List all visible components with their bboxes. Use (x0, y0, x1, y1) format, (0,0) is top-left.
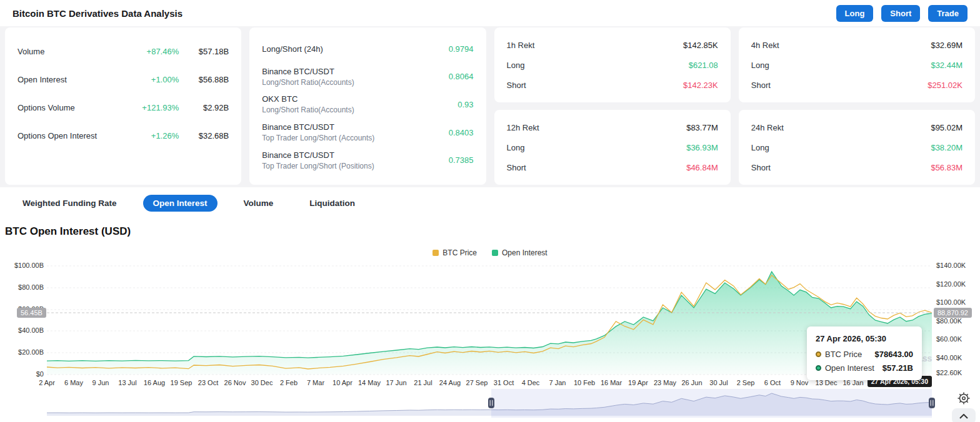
ratio-row-binance-accounts: Binance BTC/USDT Long/Short Ratio(Accoun… (262, 63, 473, 91)
legend-label: Open Interest (502, 248, 548, 257)
ratio-row-24h: Long/Short (24h) 0.9794 (262, 35, 473, 63)
rekt-1h-card: 1h Rekt$142.85K Long$621.08 Short$142.23… (494, 27, 731, 102)
x-axis-tick: 26 Jun (681, 379, 702, 386)
x-axis-tick: 24 Aug (439, 379, 461, 386)
legend-item-btc-price[interactable]: BTC Price (432, 248, 477, 258)
btc-price-last-value-badge: 88,870.92 (934, 308, 972, 318)
rekt-short-label: Short (751, 81, 928, 90)
rekt-long-label: Long (507, 143, 687, 152)
stat-label: Open Interest (18, 75, 122, 84)
navigator-handle-left[interactable] (488, 398, 494, 408)
tooltip-timestamp: 27 Apr 2026, 05:30 (816, 334, 913, 343)
x-axis-tick: 2 Apr (39, 379, 55, 386)
x-axis-tick: 23 May (654, 379, 676, 386)
rekt-short-label: Short (751, 163, 931, 172)
x-axis-tick: 9 Nov (791, 379, 809, 386)
right-axis-tick: $100.00K (936, 298, 966, 306)
collapse-chart-button[interactable] (952, 408, 976, 422)
left-axis-tick: $0 (5, 370, 44, 378)
open-interest-dot-icon (816, 365, 821, 371)
ratio-label: Binance BTC/USDT (262, 150, 448, 160)
x-axis-tick: 23 Oct (198, 379, 218, 386)
x-axis-tick: 27 Sep (466, 379, 488, 386)
rekt-total: $83.77M (686, 123, 718, 132)
left-axis-tick: $100.00B (5, 262, 44, 269)
x-axis-tick: 16 Aug (144, 379, 165, 386)
ratio-label: Long/Short (24h) (262, 44, 448, 54)
stat-row-options-open-interest: Options Open Interest +1.26% $32.68B (18, 122, 229, 150)
tooltip-row-open-interest: Open Interest $57.21B (816, 363, 913, 373)
ratio-value: 0.8403 (449, 128, 474, 137)
navigator-selected-range[interactable] (491, 389, 932, 418)
ratio-value: 0.7385 (449, 155, 474, 165)
rekt-long-value: $36.93M (686, 143, 718, 152)
x-axis-tick: 9 Jun (92, 379, 109, 386)
ratio-sublabel: Long/Short Ratio(Accounts) (262, 106, 458, 114)
rekt-short-label: Short (507, 163, 687, 172)
stat-row-open-interest: Open Interest +1.00% $56.88B (18, 66, 229, 94)
tooltip-value: $78643.00 (875, 350, 913, 359)
rekt-total: $32.69M (931, 41, 962, 50)
ratio-label: OKX BTC (262, 94, 458, 104)
navigator-handle-right[interactable] (929, 398, 935, 408)
tooltip-row-btc-price: BTC Price $78643.00 (816, 350, 913, 359)
x-axis-tick: 30 Jul (709, 379, 728, 386)
summary-cards-area: Volume +87.46% $57.18B Open Interest +1.… (0, 26, 980, 187)
ratio-value: 0.8064 (449, 72, 474, 81)
rekt-title: 12h Rekt (507, 123, 687, 132)
ratio-sublabel: Long/Short Ratio(Accounts) (262, 78, 448, 87)
tab-weighted-funding-rate[interactable]: Weighted Funding Rate (12, 195, 127, 212)
settings-gear-icon[interactable] (956, 390, 972, 406)
x-axis-tick: 2 Sep (737, 379, 755, 386)
x-axis-tick: 31 Oct (494, 379, 514, 386)
trade-button[interactable]: Trade (928, 5, 968, 22)
ratio-row-top-trader-positions: Binance BTC/USDT Top Trader Long/Short (… (262, 146, 473, 174)
rekt-short-value: $46.84M (686, 163, 718, 172)
ratio-sublabel: Top Trader Long/Short (Accounts) (262, 134, 448, 142)
right-axis-tick: $120.00K (936, 280, 966, 288)
ratio-sublabel: Top Trader Long/Short (Positions) (262, 162, 448, 170)
chart-tabs: Weighted Funding Rate Open Interest Volu… (0, 187, 980, 218)
x-axis-tick: 30 Dec (251, 379, 273, 386)
legend-item-open-interest[interactable]: Open Interest (492, 248, 548, 258)
stat-change: +87.46% (122, 47, 179, 56)
x-axis-tick: 4 Dec (522, 379, 540, 386)
rekt-long-label: Long (507, 61, 689, 70)
page-header: Bitcoin BTC Derivatives Data Analysis Lo… (0, 0, 980, 26)
x-axis-tick: 26 Nov (224, 379, 246, 386)
rekt-total: $95.02M (931, 123, 962, 132)
right-axis-tick: $22.60K (936, 369, 962, 376)
stat-value: $56.88B (179, 75, 229, 84)
right-axis-tick: $140.00K (936, 262, 966, 269)
x-axis-tick: 13 Jul (118, 379, 136, 386)
tooltip-label: BTC Price (825, 350, 871, 359)
short-button[interactable]: Short (881, 5, 920, 22)
x-axis-tick: 19 Apr (628, 379, 648, 386)
stat-label: Options Open Interest (18, 131, 122, 140)
btc-price-dot-icon (816, 351, 821, 357)
ratio-label: Binance BTC/USDT (262, 122, 448, 132)
open-interest-chart[interactable]: $100.00B$80.00B$60.00B$40.00B$20.00B$0 $… (0, 258, 980, 422)
open-interest-legend-swatch (492, 250, 498, 256)
rekt-long-value: $621.08 (689, 61, 718, 70)
tab-volume[interactable]: Volume (234, 195, 284, 212)
rekt-4h-card: 4h Rekt$32.69M Long$32.44M Short$251.02K (739, 27, 975, 102)
left-axis-tick: $40.00B (5, 326, 44, 334)
right-axis-tick: $60.00K (936, 335, 962, 343)
rekt-24h-card: 24h Rekt$95.02M Long$38.20M Short$56.83M (739, 110, 975, 185)
long-short-ratios-card: Long/Short (24h) 0.9794 Binance BTC/USDT… (249, 27, 486, 185)
x-axis-tick: 10 Feb (574, 379, 595, 386)
x-axis-tick: 2 Feb (280, 379, 298, 386)
stat-change: +1.00% (122, 75, 179, 84)
x-axis-tick: 14 May (358, 379, 381, 386)
tab-liquidation[interactable]: Liquidation (299, 195, 365, 212)
open-interest-last-value-badge: 56.45B (17, 308, 46, 318)
stat-label: Volume (18, 47, 122, 56)
header-actions: Long Short Trade (836, 5, 968, 22)
long-button[interactable]: Long (836, 5, 874, 22)
x-axis-tick: 19 Sep (171, 379, 192, 386)
tab-open-interest[interactable]: Open Interest (143, 195, 218, 212)
legend-label: BTC Price (442, 248, 477, 257)
rekt-short-value: $56.83M (931, 163, 962, 172)
x-axis-tick: 17 Jun (386, 379, 406, 386)
